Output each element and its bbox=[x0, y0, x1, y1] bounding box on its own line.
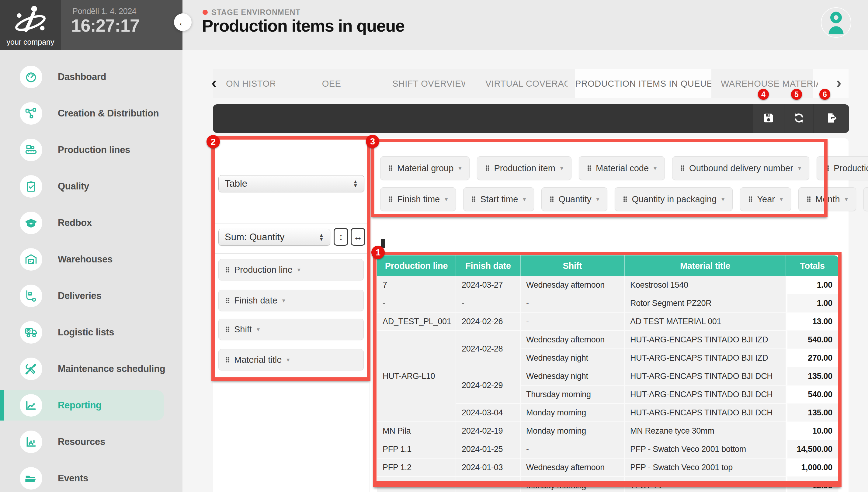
column-header-finish-date[interactable]: Finish date bbox=[456, 255, 521, 276]
table-row: PFP 1.12024-01-25-PFP - Swatch Veco 2001… bbox=[377, 440, 839, 459]
aggregation-select[interactable]: Sum: Quantity ▲▼ bbox=[218, 229, 330, 246]
column-header-material-title[interactable]: Material title bbox=[625, 255, 786, 276]
column-header-shift[interactable]: Shift bbox=[521, 255, 625, 276]
tab-on-history[interactable]: ON HISTORY bbox=[226, 69, 275, 98]
table-cell: 2024-02-28 bbox=[456, 331, 521, 367]
chevron-down-icon: ▾ bbox=[257, 326, 260, 333]
table-cell: HUT-ARG-ENCAPS TINTADO BJI IZD bbox=[625, 331, 786, 349]
tabs-scroll-right-icon[interactable]: › bbox=[832, 69, 845, 98]
sidebar-item-creation-distribution[interactable]: Creation & Distribution bbox=[0, 98, 182, 129]
field-chip-outbound-delivery-number[interactable]: Outbound delivery number▾ bbox=[672, 156, 809, 180]
chevron-down-icon: ▾ bbox=[596, 196, 599, 203]
table-cell: Wednesday afternoon bbox=[521, 459, 625, 477]
sidebar-item-redbox[interactable]: Redbox bbox=[0, 208, 182, 238]
sidebar-item-label: Production lines bbox=[58, 135, 130, 165]
sidebar-item-maintenance-scheduling[interactable]: Maintenance scheduling bbox=[0, 354, 182, 384]
table-cell: Rotor Segment PZ20R bbox=[625, 294, 786, 313]
totals-cell: 540.00 bbox=[786, 386, 839, 404]
sidebar-item-label: Reporting bbox=[58, 390, 102, 421]
table-cell: PFP - Swatch Veco 2001 top bbox=[625, 459, 786, 477]
view-type-select[interactable]: Table ▲▼ bbox=[218, 175, 364, 192]
field-chip-finish-time[interactable]: Finish time▾ bbox=[380, 187, 456, 211]
table-cell bbox=[456, 477, 521, 492]
totals-cell: 10.00 bbox=[786, 422, 839, 440]
field-chip-material-code[interactable]: Material code▾ bbox=[579, 156, 665, 180]
environment-dot-icon bbox=[202, 10, 208, 15]
redbox-icon bbox=[20, 212, 42, 234]
sidebar-item-reporting[interactable]: Reporting bbox=[0, 390, 164, 421]
field-chip-quantity-in-packaging[interactable]: Quantity in packaging▾ bbox=[615, 187, 733, 211]
sidebar-item-events[interactable]: Events bbox=[0, 463, 182, 492]
export-button[interactable] bbox=[814, 104, 849, 133]
logistic-lists-icon bbox=[20, 321, 42, 344]
save-button[interactable] bbox=[753, 104, 784, 133]
page-title: Production items in queue bbox=[202, 16, 404, 35]
totals-cell: 13.00 bbox=[786, 313, 839, 331]
company-logo-icon bbox=[11, 4, 49, 37]
column-header-totals[interactable]: Totals bbox=[786, 255, 839, 276]
field-chip-day[interactable]: Day▾ bbox=[863, 187, 868, 211]
table-row: 72024-03-27Wednesday afternoonKoestrosol… bbox=[377, 276, 839, 294]
sidebar-item-label: Maintenance scheduling bbox=[58, 354, 165, 384]
table-cell: MN Rezane tyce 30mm bbox=[625, 422, 786, 440]
user-avatar[interactable] bbox=[821, 7, 851, 38]
field-chip-year[interactable]: Year▾ bbox=[740, 187, 791, 211]
table-cell: - bbox=[521, 313, 625, 331]
annotation-badge-2: 2 bbox=[206, 135, 220, 148]
field-chip-month[interactable]: Month▾ bbox=[798, 187, 856, 211]
tab-virtual-coverage[interactable]: VIRTUAL COVERAGE bbox=[486, 69, 568, 98]
reporting-icon bbox=[20, 394, 42, 417]
field-chip-production-item[interactable]: Production item▾ bbox=[477, 156, 571, 180]
table-row: AD_TEST_PL_0012024-02-26-AD TEST MATERIA… bbox=[377, 313, 839, 331]
table-cell: HUT-ARG-ENCAPS TINTADO BJI IZD bbox=[625, 349, 786, 367]
user-icon bbox=[826, 10, 846, 34]
sidebar-item-label: Quality bbox=[58, 171, 89, 202]
table-cell: AD_TEST_PL_001 bbox=[377, 313, 456, 331]
table-cell: - bbox=[521, 294, 625, 313]
swap-rows-button[interactable]: ↕ bbox=[333, 228, 348, 246]
chevron-down-icon: ▾ bbox=[458, 165, 462, 172]
tab-production-items-in-queue[interactable]: PRODUCTION ITEMS IN QUEUE bbox=[575, 69, 711, 98]
column-header-production-line[interactable]: Production line bbox=[377, 255, 456, 276]
row-field-chip-finish-date[interactable]: Finish date▾ bbox=[218, 290, 364, 311]
sidebar-item-warehouses[interactable]: Warehouses bbox=[0, 244, 182, 275]
table-cell: HUT-ARG-ENCAPS TINTADO BJI DCH bbox=[625, 386, 786, 404]
annotation-badge-5: 5 bbox=[791, 89, 802, 100]
sidebar-item-resources[interactable]: Resources bbox=[0, 427, 182, 457]
sidebar-item-quality[interactable]: Quality bbox=[0, 171, 182, 202]
deliveries-icon bbox=[20, 285, 42, 307]
production-lines-icon bbox=[20, 139, 42, 161]
sidebar-item-logistic-lists[interactable]: Logistic lists bbox=[0, 317, 182, 348]
swap-columns-button[interactable]: ↔ bbox=[351, 228, 365, 246]
back-button[interactable]: ← bbox=[174, 14, 192, 31]
save-icon bbox=[763, 112, 774, 125]
tab-shift-overview[interactable]: SHIFT OVERVIEW bbox=[392, 69, 465, 98]
refresh-button[interactable] bbox=[784, 104, 814, 133]
annotation-badge-1: 1 bbox=[371, 246, 385, 259]
table-cell: 2024-03-04 bbox=[456, 404, 521, 422]
tab-warehouse-materials[interactable]: WAREHOUSE MATERIALS bbox=[721, 69, 818, 98]
table-cell: Thursday morning bbox=[521, 386, 625, 404]
totals-cell: 135.00 bbox=[786, 367, 839, 386]
dashboard-icon bbox=[20, 66, 42, 88]
field-chip-material-group[interactable]: Material group▾ bbox=[380, 156, 470, 180]
table-cell: AD TEST MATERIAL 001 bbox=[625, 313, 786, 331]
field-chip-quantity[interactable]: Quantity▾ bbox=[541, 187, 607, 211]
sidebar-item-production-lines[interactable]: Production lines bbox=[0, 135, 182, 165]
sidebar-item-dashboard[interactable]: Dashboard bbox=[0, 62, 182, 92]
chevron-down-icon: ▾ bbox=[287, 356, 290, 363]
annotation-badge-4: 4 bbox=[758, 89, 769, 100]
panel-divider bbox=[370, 138, 370, 492]
chevron-down-icon: ▾ bbox=[445, 196, 448, 203]
chevron-down-icon: ▾ bbox=[282, 297, 285, 304]
tabs-scroll-left-icon[interactable]: ‹ bbox=[207, 69, 221, 98]
field-chip-start-time[interactable]: Start time▾ bbox=[463, 187, 534, 211]
row-field-chip-production-line[interactable]: Production line▾ bbox=[218, 259, 364, 280]
row-field-chip-shift[interactable]: Shift▾ bbox=[218, 319, 364, 340]
field-chip-production-time[interactable]: Production time▾ bbox=[817, 156, 868, 180]
row-field-chip-material-title[interactable]: Material title▾ bbox=[218, 349, 364, 370]
panel-divider bbox=[213, 223, 370, 224]
report-toolbar bbox=[213, 104, 848, 133]
sidebar-item-deliveries[interactable]: Deliveries bbox=[0, 281, 182, 311]
tab-oee[interactable]: OEE bbox=[313, 69, 350, 98]
